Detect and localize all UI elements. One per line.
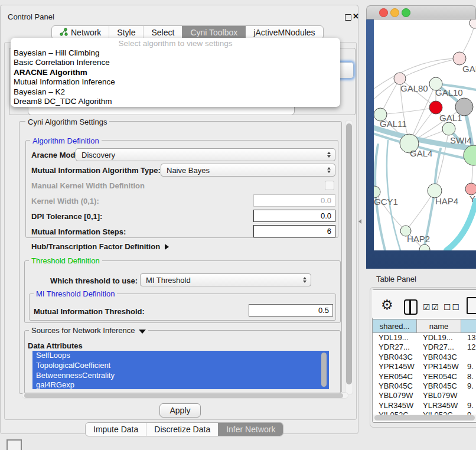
node-label: GAL — [462, 64, 476, 74]
network-node-gal7[interactable] — [453, 52, 466, 65]
table-row[interactable]: YBR045CYBR045C9. — [373, 381, 476, 391]
network-node-gal80[interactable] — [394, 73, 406, 84]
table-cell: YDL19... — [418, 333, 462, 343]
menu-item-dream8[interactable]: Dream8 DC_TDC Algorithm — [11, 97, 340, 106]
network-edge[interactable] — [387, 141, 400, 250]
table-cell: 9. — [462, 362, 476, 371]
tab-discretize-data-label: Discretize Data — [154, 425, 210, 434]
mi-steps-label: Mutual Information Steps: — [31, 227, 126, 236]
tab-cyni-toolbox[interactable]: Cyni Toolbox — [182, 26, 245, 39]
tab-impute-data[interactable]: Impute Data — [86, 423, 146, 436]
apply-button[interactable]: Apply — [159, 403, 201, 418]
network-node-gal1[interactable] — [442, 122, 455, 135]
settings-vscroll-thumb[interactable] — [346, 123, 352, 384]
network-node[interactable] — [429, 101, 442, 114]
node-label: GAL11 — [380, 119, 407, 129]
list-item-selfloops[interactable]: SelfLoops — [32, 351, 329, 361]
close-icon[interactable]: ✕ — [353, 12, 359, 21]
float-window-icon[interactable] — [345, 14, 351, 21]
column-header-name[interactable]: name — [417, 319, 461, 333]
list-item-betweennesscentrality[interactable]: BetweennessCentrality — [32, 371, 329, 381]
tab-discretize-data[interactable]: Discretize Data — [146, 423, 218, 436]
tab-jactivemnodules[interactable]: jActiveMNodules — [245, 26, 322, 39]
zoom-traffic-light[interactable] — [402, 8, 410, 17]
tab-network-label: Network — [71, 28, 101, 37]
mi-type-value: Naive Bayes — [167, 166, 210, 175]
table-cell: YBR045C — [373, 381, 418, 391]
table-cell: YBR043C — [418, 353, 462, 362]
table-cell: 12 — [462, 343, 476, 352]
node-label: GCY1 — [374, 197, 398, 207]
tab-infer-network-label: Infer Network — [226, 425, 275, 434]
table-row[interactable]: YER054CYER054C8. — [373, 372, 476, 381]
cyni-settings-title: Cyni Algorithm Settings — [25, 118, 109, 126]
minimize-traffic-light[interactable] — [390, 8, 399, 17]
menu-item-basic-correlation[interactable]: Basic Correlation Inference — [11, 58, 340, 67]
list-item-topologicalcoefficient[interactable]: TopologicalCoefficient — [32, 361, 329, 371]
mi-type-combo[interactable]: Naive Bayes — [161, 164, 335, 177]
column-header-shared...[interactable]: shared... — [373, 319, 417, 333]
cyni-bottom-tabbar: Impute Data Discretize Data Infer Networ… — [85, 422, 283, 436]
manual-kernel-checkbox[interactable] — [325, 181, 334, 190]
menu-item-mutual-information[interactable]: Mutual Information Inference — [11, 77, 340, 87]
menu-item-aracne[interactable]: ARACNE Algorithm — [11, 68, 340, 77]
network-canvas[interactable]: GALGAL80GAL10GAL11GAL1SWI4GAL4GCY1HAP4YH… — [374, 19, 476, 250]
table-row[interactable]: YDR27...YDR27...12 — [373, 343, 476, 352]
table-cell: 8. — [462, 372, 476, 381]
table-row[interactable]: YDL19...YDL19...13 — [373, 333, 476, 343]
manual-kernel-label: Manual Kernel Width Definition — [31, 181, 145, 190]
network-node[interactable] — [419, 244, 430, 250]
network-edge[interactable] — [435, 129, 449, 191]
algorithm-popup: Select algorithm to view settings Bayesi… — [11, 38, 340, 107]
table-row[interactable]: YBR043CYBR043C — [373, 353, 476, 362]
network-node-y[interactable] — [465, 183, 476, 195]
table-cell: YDR27... — [418, 343, 462, 352]
node-label: Y — [470, 194, 475, 204]
network-node-gcy1[interactable] — [374, 186, 380, 198]
table-cell: YLR345W — [418, 401, 462, 410]
menu-item-bayesian-hill-climbing[interactable]: Bayesian – Hill Climbing — [11, 48, 340, 58]
kernel-width-field[interactable] — [253, 194, 335, 207]
table-hscroll-thumb[interactable] — [374, 415, 475, 420]
table-row[interactable]: YBL079WYBL079W — [373, 391, 476, 400]
aracne-mode-value: Discovery — [81, 151, 115, 159]
hub-expander[interactable]: Hub/Transcription Factor Definition — [31, 242, 169, 251]
aracne-mode-label: Aracne Mode: — [31, 151, 82, 159]
mi-threshold-label: Mutual Information Threshold: — [34, 307, 145, 316]
mi-steps-field[interactable] — [253, 225, 335, 237]
columns-icon[interactable] — [404, 299, 418, 315]
tab-impute-data-label: Impute Data — [93, 425, 138, 434]
dpi-tolerance-field[interactable] — [253, 210, 335, 222]
tab-infer-network[interactable]: Infer Network — [218, 423, 283, 436]
table-row[interactable]: YPR145WYPR145W9. — [373, 362, 476, 371]
close-traffic-light[interactable] — [379, 8, 388, 17]
tab-style[interactable]: Style — [109, 26, 143, 39]
gear-icon[interactable]: ⚙ — [381, 297, 393, 313]
sources-expander[interactable]: Sources for Network Inference — [29, 326, 148, 335]
network-edge[interactable] — [400, 58, 459, 79]
minimized-panel-icon[interactable] — [6, 439, 22, 450]
which-threshold-combo[interactable]: MI Threshold — [140, 273, 311, 286]
mi-threshold-title: MI Threshold Definition — [34, 289, 117, 298]
tab-network[interactable]: Network — [52, 26, 109, 39]
data-attributes-label: Data Attributes — [28, 341, 83, 350]
unselect-columns-icon[interactable]: ☐☐ — [444, 302, 461, 312]
menu-item-bayesian-k2[interactable]: Bayesian – K2 — [11, 87, 340, 97]
table-cell: YBR043C — [373, 353, 418, 362]
network-edge[interactable] — [380, 107, 436, 115]
settings-hscroll-thumb[interactable] — [24, 393, 343, 398]
select-columns-icon[interactable]: ☑☑ — [423, 302, 440, 312]
list-item-gal4rgexp[interactable]: gal4RGexp — [32, 380, 329, 389]
new-table-icon[interactable] — [467, 297, 476, 314]
aracne-mode-combo[interactable]: Discovery — [76, 148, 335, 161]
splitter-collapse-icon[interactable] — [358, 219, 361, 224]
mi-threshold-field[interactable] — [249, 304, 333, 317]
tab-select[interactable]: Select — [143, 26, 182, 39]
column-header-A[interactable]: A — [461, 319, 476, 333]
network-node[interactable] — [470, 19, 476, 28]
network-edge[interactable] — [446, 201, 476, 250]
table-row[interactable]: YLR345WYLR345W9. — [373, 401, 476, 410]
list-vscroll-thumb[interactable] — [321, 353, 327, 387]
combo-arrows-icon — [327, 167, 331, 173]
algorithm-popup-placeholder: Select algorithm to view settings — [11, 39, 340, 48]
